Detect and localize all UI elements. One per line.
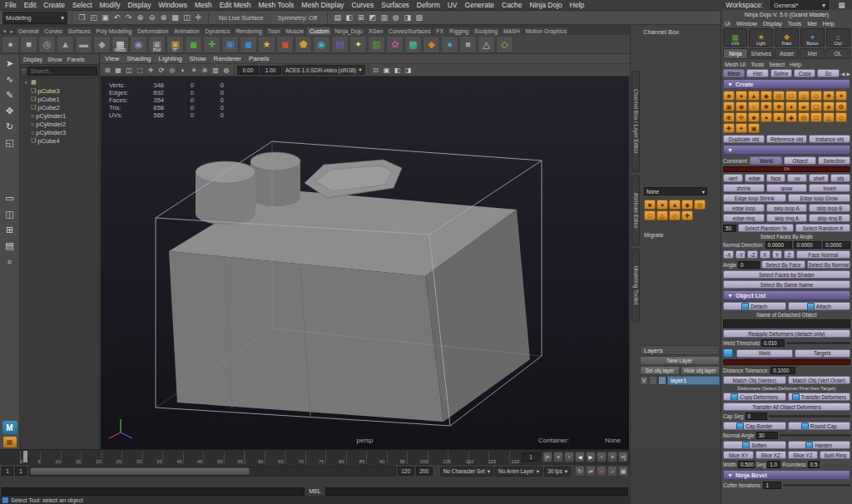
- tab-scroll-right-icon[interactable]: ▶: [846, 71, 850, 77]
- select-by-button[interactable]: Select By Face: [761, 260, 805, 269]
- panel-menu-item[interactable]: View: [105, 55, 119, 62]
- edge-normal-button[interactable]: Harden: [788, 441, 851, 449]
- playback-option-icon[interactable]: ●: [597, 466, 607, 477]
- shelf-tool-icon[interactable]: ✚: [203, 36, 220, 53]
- menu-item[interactable]: Mesh: [195, 1, 212, 9]
- normal-angle-field[interactable]: 30: [756, 432, 778, 439]
- duplicate-mode-button[interactable]: Reference obj: [766, 135, 808, 143]
- playback-option-icon[interactable]: ▦: [618, 466, 628, 477]
- create-primitive-icon[interactable]: ◇: [835, 112, 847, 122]
- edge-loop-button[interactable]: skip loop A: [766, 204, 808, 212]
- reapply-deformers-button[interactable]: Reapply Deformers (detach only): [723, 329, 850, 338]
- menu-item[interactable]: Windows: [158, 1, 186, 9]
- select-random-button[interactable]: Select Random %: [738, 224, 794, 232]
- playback-start-field[interactable]: 1: [15, 467, 27, 476]
- tab-scroll-left-icon[interactable]: ◀: [841, 71, 845, 77]
- shelf-tool-icon[interactable]: ▣Prof: [148, 36, 166, 53]
- detach-attach-button[interactable]: Detach: [723, 302, 786, 310]
- face-normal-button[interactable]: Face Normal: [796, 250, 850, 259]
- menu-item[interactable]: Select: [72, 1, 92, 9]
- ninja-menu-item[interactable]: UI: [725, 21, 731, 27]
- shelf-tab[interactable]: Custom: [307, 27, 331, 35]
- menu-item[interactable]: Curves: [351, 1, 374, 9]
- shelf-tab[interactable]: General: [16, 27, 41, 35]
- shelf-tool-icon[interactable]: ▣fT: [166, 36, 184, 53]
- layout-shortcut-icon[interactable]: ◫: [2, 207, 18, 221]
- slice-button[interactable]: Split Ring: [820, 451, 850, 459]
- select-by-button[interactable]: Select By Normal: [807, 260, 850, 269]
- coffer-iterations-field[interactable]: 1: [763, 482, 781, 489]
- playback-button[interactable]: »: [607, 452, 617, 462]
- layer-color-swatch[interactable]: [658, 376, 666, 385]
- edge-loop-button[interactable]: edge loop: [723, 204, 765, 212]
- viewport-tool-icon[interactable]: ◧: [393, 65, 403, 75]
- weld-button[interactable]: Targets: [795, 349, 851, 358]
- viewport-tool-icon[interactable]: ▥: [211, 65, 220, 75]
- panel-menu-item[interactable]: Show: [190, 55, 206, 62]
- create-primitive-icon[interactable]: ✱: [760, 101, 772, 111]
- tool-icon[interactable]: ➤: [2, 57, 18, 71]
- viewport-tool-icon[interactable]: ▦: [113, 65, 123, 75]
- viewport-tool-icon[interactable]: ☀: [189, 65, 199, 75]
- outliner-menu-item[interactable]: Show: [47, 57, 62, 62]
- weld-button[interactable]: Weld: [736, 349, 793, 358]
- shelf-tool-icon[interactable]: ◆: [423, 36, 440, 53]
- viewport-tool-icon[interactable]: ⊡: [371, 65, 381, 75]
- ninja-mode-tab[interactable]: Mesh: [723, 69, 745, 77]
- menu-item[interactable]: Deform: [417, 1, 440, 9]
- range-slider-track[interactable]: [28, 466, 396, 477]
- tool-icon[interactable]: ✥: [2, 104, 18, 118]
- shelf-gear-icon[interactable]: ▸: [9, 28, 16, 35]
- playback-button[interactable]: »|: [618, 452, 628, 462]
- create-primitive-icon[interactable]: ▣: [723, 101, 735, 111]
- slice-button[interactable]: Slice XY: [723, 451, 754, 459]
- shelf-tool-icon[interactable]: ▥: [368, 36, 385, 53]
- shelf-menu-icon[interactable]: ▾: [2, 28, 8, 35]
- select-by-name-button[interactable]: Select By Same Name: [723, 280, 850, 289]
- create-primitive-icon[interactable]: ◆: [760, 91, 772, 101]
- outliner-menu-item[interactable]: Display: [23, 57, 42, 62]
- menu-item[interactable]: Display: [128, 1, 151, 9]
- workspace-grid-icon[interactable]: ▦: [836, 0, 847, 11]
- ninja-tab[interactable]: Ninja: [723, 48, 748, 59]
- shelf-tab[interactable]: Rigging: [447, 27, 471, 35]
- component-mode-button[interactable]: vert: [723, 174, 743, 182]
- migrate-shape-icon[interactable]: ●: [656, 200, 668, 210]
- search-input[interactable]: [27, 67, 97, 76]
- menu-item[interactable]: Edit Mesh: [220, 1, 251, 9]
- status-tool-icon[interactable]: ❐: [77, 12, 87, 23]
- layer-state-toggle[interactable]: [649, 376, 657, 385]
- selection-grow-button[interactable]: shrink: [723, 184, 765, 192]
- menu-item[interactable]: Cache: [502, 1, 523, 9]
- status-tool-icon[interactable]: ◍: [390, 12, 401, 23]
- angle-field[interactable]: 0: [738, 261, 760, 269]
- weld-slider[interactable]: [786, 342, 850, 344]
- panel-menu-item[interactable]: Renderer: [214, 55, 241, 62]
- plugin-tool-icon[interactable]: ▦: [3, 437, 17, 447]
- create-primitive-icon[interactable]: △: [823, 112, 835, 122]
- ninja-bevel-header[interactable]: ▼Ninja Bevel: [723, 470, 850, 480]
- layer-visibility-toggle[interactable]: V: [640, 376, 648, 385]
- status-tool-icon[interactable]: ▧: [414, 12, 424, 23]
- status-tool-icon[interactable]: ✛: [193, 12, 204, 23]
- menu-item[interactable]: Edit: [24, 1, 37, 9]
- shelf-tab[interactable]: Animation: [171, 27, 201, 35]
- ninja-module-icon[interactable]: ▦UVs: [723, 28, 747, 47]
- menu-item[interactable]: Modify: [100, 1, 121, 9]
- normal-angle-slider[interactable]: [780, 434, 850, 437]
- normal-direction-field[interactable]: 0.0000: [794, 241, 821, 249]
- menu-set-selector[interactable]: Modeling▾: [2, 12, 67, 24]
- ninja-mode-tab[interactable]: Sc: [817, 69, 839, 77]
- coffer-slider[interactable]: [783, 484, 850, 487]
- outliner-item[interactable]: ❑ pCube4: [20, 136, 99, 145]
- distance-tolerance-field[interactable]: 0.1000: [770, 367, 795, 374]
- axis-button[interactable]: -Y: [736, 250, 746, 259]
- ninja-mode-tab[interactable]: Copy: [794, 69, 815, 77]
- object-list-header[interactable]: ▼Object List: [723, 290, 850, 300]
- dock-tab-modeling-toolkit[interactable]: Modeling Toolkit: [632, 249, 640, 322]
- status-tool-icon[interactable]: ⊖: [146, 12, 157, 23]
- detach-attach-button[interactable]: Attach: [788, 302, 851, 310]
- hide-obj-layer-button[interactable]: Hide obj layer: [681, 366, 721, 375]
- shelf-tool-icon[interactable]: △: [478, 36, 495, 53]
- zoom-icon[interactable]: ⌕: [2, 254, 18, 269]
